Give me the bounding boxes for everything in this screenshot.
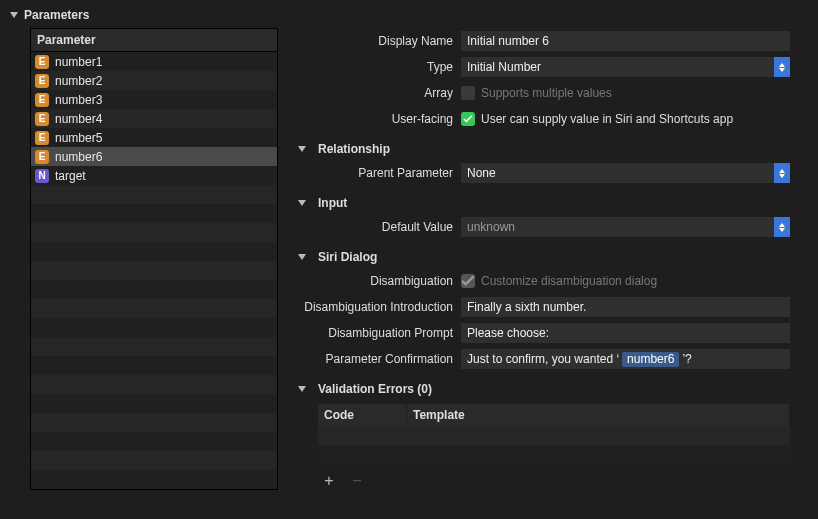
relationship-section-header[interactable]: Relationship [298,142,790,156]
parent-parameter-label: Parent Parameter [298,166,453,180]
table-row[interactable]: Enumber5 [31,128,277,147]
table-row[interactable] [31,470,277,489]
parameter-name: number2 [55,74,102,88]
type-select[interactable]: Initial Number [461,57,790,77]
parameter-name: number4 [55,112,102,126]
enum-badge-icon: E [35,112,49,126]
array-checkbox[interactable] [461,86,475,100]
table-row[interactable] [318,445,790,464]
confirmation-suffix: ’? [682,352,691,366]
table-row[interactable] [31,451,277,470]
check-icon [463,115,473,123]
validation-errors-section-header[interactable]: Validation Errors (0) [298,382,790,396]
display-name-label: Display Name [298,34,453,48]
table-row[interactable] [31,394,277,413]
parameter-name: number5 [55,131,102,145]
default-value-value: unknown [467,220,515,234]
table-row[interactable] [31,413,277,432]
default-value-label: Default Value [298,220,453,234]
select-stepper-icon [774,57,790,77]
type-select-value: Initial Number [467,60,541,74]
validation-template-header[interactable]: Template [407,404,790,426]
parameters-table-header[interactable]: Parameter [31,29,277,52]
select-stepper-icon [774,217,790,237]
table-row[interactable] [31,185,277,204]
user-facing-checkbox-label: User can supply value in Siri and Shortc… [481,112,733,126]
remove-validation-button[interactable]: − [350,472,364,490]
disclosure-triangle-icon [298,146,306,152]
table-row[interactable]: Enumber6 [31,147,277,166]
panel-title: Parameters [24,8,89,22]
parameter-name: number3 [55,93,102,107]
table-row[interactable] [31,204,277,223]
display-name-field[interactable] [461,31,790,51]
number-badge-icon: N [35,169,49,183]
confirmation-token[interactable]: number6 [622,352,679,367]
check-icon [461,275,475,287]
validation-errors-table: Code Template + − [318,404,790,498]
table-row[interactable] [31,318,277,337]
parameter-confirmation-label: Parameter Confirmation [298,352,453,366]
disambiguation-checkbox-label: Customize disambiguation dialog [481,274,657,288]
parent-parameter-select[interactable]: None [461,163,790,183]
disclosure-triangle-icon [298,386,306,392]
table-row[interactable]: Enumber3 [31,90,277,109]
disambiguation-intro-label: Disambiguation Introduction [298,300,453,314]
table-row[interactable] [31,223,277,242]
type-label: Type [298,60,453,74]
input-section-header[interactable]: Input [298,196,790,210]
table-row[interactable] [31,261,277,280]
enum-badge-icon: E [35,131,49,145]
parameter-confirmation-field[interactable]: Just to confirm, you wanted ‘ number6 ’? [461,349,790,369]
array-label: Array [298,86,453,100]
enum-badge-icon: E [35,74,49,88]
table-row[interactable] [31,280,277,299]
disambiguation-checkbox[interactable] [461,274,475,288]
disclosure-triangle-icon [10,12,18,18]
disambiguation-intro-field[interactable] [461,297,790,317]
table-row[interactable]: Enumber4 [31,109,277,128]
parent-parameter-value: None [467,166,496,180]
parameter-name: target [55,169,86,183]
disambiguation-label: Disambiguation [298,274,453,288]
disambiguation-prompt-field[interactable] [461,323,790,343]
parameters-header[interactable]: Parameters [10,8,808,28]
siri-dialog-section-header[interactable]: Siri Dialog [298,250,790,264]
table-row[interactable]: Enumber1 [31,52,277,71]
parameter-name: number1 [55,55,102,69]
parameter-name: number6 [55,150,102,164]
user-facing-checkbox[interactable] [461,112,475,126]
confirmation-prefix: Just to confirm, you wanted ‘ [467,352,619,366]
enum-badge-icon: E [35,93,49,107]
disclosure-triangle-icon [298,254,306,260]
default-value-select[interactable]: unknown [461,217,790,237]
table-row[interactable] [31,432,277,451]
table-row[interactable] [31,337,277,356]
table-row[interactable] [31,242,277,261]
disambiguation-prompt-label: Disambiguation Prompt [298,326,453,340]
validation-code-header[interactable]: Code [318,404,407,426]
table-row[interactable]: Ntarget [31,166,277,185]
parameters-table: Parameter Enumber1Enumber2Enumber3Enumbe… [30,28,278,490]
array-checkbox-label: Supports multiple values [481,86,612,100]
enum-badge-icon: E [35,150,49,164]
table-row[interactable] [31,299,277,318]
add-validation-button[interactable]: + [322,472,336,490]
table-row[interactable]: Enumber2 [31,71,277,90]
table-row[interactable] [31,356,277,375]
select-stepper-icon [774,163,790,183]
table-row[interactable] [31,375,277,394]
disclosure-triangle-icon [298,200,306,206]
user-facing-label: User-facing [298,112,453,126]
enum-badge-icon: E [35,55,49,69]
table-row[interactable] [318,426,790,445]
